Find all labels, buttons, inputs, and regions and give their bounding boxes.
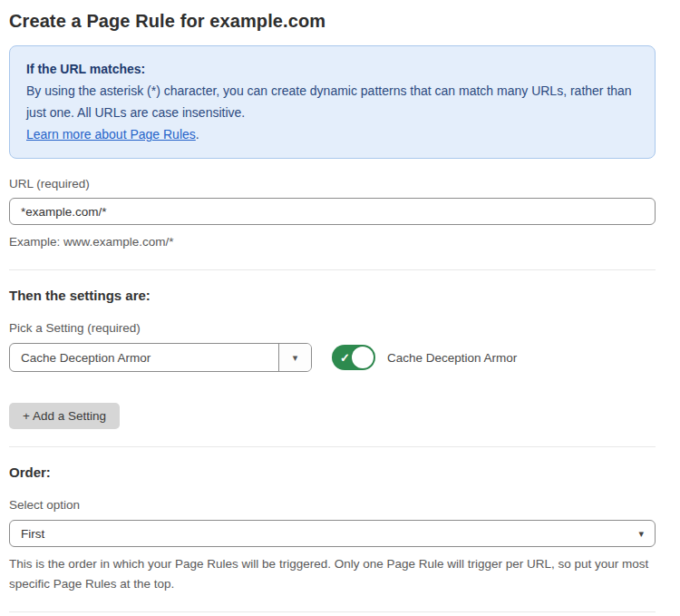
section-divider: [9, 611, 656, 612]
check-icon: ✓: [340, 351, 350, 365]
toggle-knob: [352, 347, 374, 368]
url-match-info-box: If the URL matches: By using the asteris…: [9, 45, 656, 159]
page-title: Create a Page Rule for example.com: [9, 11, 656, 32]
settings-section-heading: Then the settings are:: [9, 288, 656, 303]
setting-dropdown[interactable]: Cache Deception Armor ▾: [9, 343, 312, 372]
url-field-helper: Example: www.example.com/*: [9, 232, 656, 252]
url-input[interactable]: [9, 198, 656, 225]
info-box-heading: If the URL matches:: [26, 58, 638, 80]
info-box-body: By using the asterisk (*) character, you…: [26, 80, 638, 123]
chevron-down-icon: ▾: [638, 528, 644, 540]
create-page-rule-form: Create a Page Rule for example.com If th…: [0, 0, 680, 616]
order-select[interactable]: First ▾: [9, 520, 656, 547]
info-box-link-line: Learn more about Page Rules.: [26, 123, 638, 145]
url-field-label: URL (required): [9, 177, 656, 191]
setting-dropdown-value: Cache Deception Armor: [10, 344, 278, 371]
add-setting-button[interactable]: + Add a Setting: [9, 403, 120, 429]
section-divider: [9, 446, 656, 447]
section-divider: [9, 269, 656, 270]
link-suffix: .: [196, 127, 199, 142]
order-helper-text: This is the order in which your Page Rul…: [9, 554, 656, 594]
order-select-label: Select option: [9, 498, 656, 512]
learn-more-link[interactable]: Learn more about Page Rules: [26, 127, 196, 142]
setting-toggle[interactable]: ✓: [332, 345, 375, 370]
setting-dropdown-button[interactable]: ▾: [278, 344, 311, 371]
order-section-heading: Order:: [9, 464, 656, 480]
chevron-down-icon: ▾: [293, 352, 298, 364]
setting-row: Cache Deception Armor ▾ ✓ Cache Deceptio…: [9, 343, 656, 372]
pick-setting-label: Pick a Setting (required): [9, 321, 656, 335]
setting-toggle-label: Cache Deception Armor: [387, 351, 517, 365]
order-select-value: First: [21, 527, 44, 541]
